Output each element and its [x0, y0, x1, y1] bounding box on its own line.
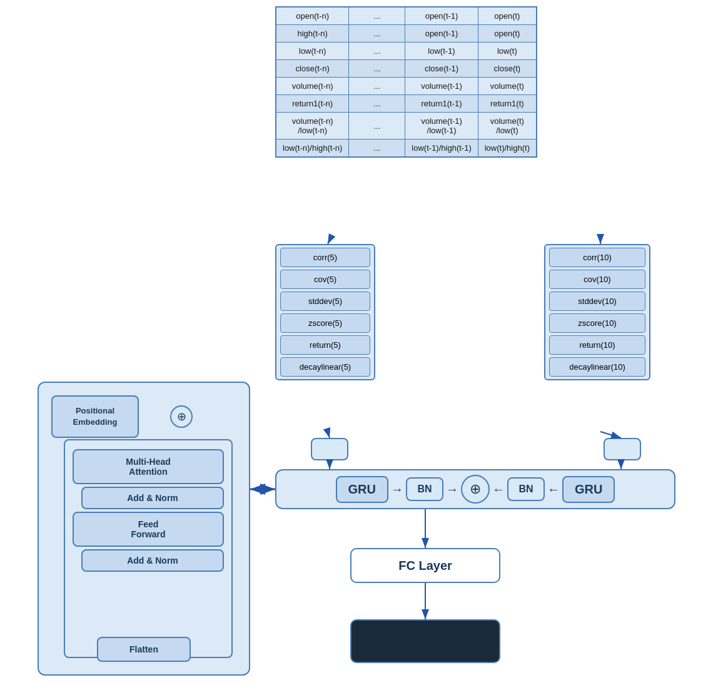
table-cell: close(t-n)	[276, 60, 349, 78]
gru-left: GRU	[336, 476, 388, 503]
table-cell: ...	[349, 43, 405, 60]
table-cell: return1(t)	[478, 95, 537, 113]
table-cell: volume(t-1)/low(t-1)	[405, 113, 478, 139]
table-cell: open(t)	[478, 25, 537, 43]
feat-cov10: cov(10)	[549, 270, 645, 289]
table-cell: ...	[349, 25, 405, 43]
table-cell: volume(t-1)	[405, 78, 478, 95]
table-cell: low(t-1)	[405, 43, 478, 60]
gru-right: GRU	[562, 476, 615, 503]
transformer-box: PositionalEmbedding ⊕ Multi-HeadAttentio…	[38, 382, 250, 676]
table-cell: volume(t-n)/low(t-n)	[276, 113, 349, 139]
table-cell: close(t-1)	[405, 60, 478, 78]
feed-forward: FeedForward	[73, 512, 224, 547]
table-cell: ...	[349, 7, 405, 25]
plus-circle: ⊕	[461, 475, 490, 504]
feat-cov5: cov(5)	[280, 270, 370, 289]
table-cell: high(t-n)	[276, 25, 349, 43]
data-table: open(t-n) ... open(t-1) open(t) high(t-n…	[275, 6, 537, 158]
arrow-bn-plus-right: ←	[490, 482, 507, 497]
gru-row: GRU → BN → ⊕ ← BN ← GRU	[275, 469, 675, 509]
fc-layer: FC Layer	[350, 548, 500, 583]
table-cell: ...	[349, 113, 405, 139]
table-cell: close(t)	[478, 60, 537, 78]
table-cell: volume(t)	[478, 78, 537, 95]
table-cell: open(t)	[478, 7, 537, 25]
bn-right: BN	[507, 477, 545, 501]
table-cell: return1(t-n)	[276, 95, 349, 113]
table-cell: open(t-1)	[405, 7, 478, 25]
multi-head-attention: Multi-HeadAttention	[73, 449, 224, 484]
svg-line-2	[328, 236, 331, 244]
feat-stddev5: stddev(5)	[280, 292, 370, 311]
bn-left: BN	[406, 477, 443, 501]
arrow-gru-bn-left: →	[388, 482, 406, 497]
positional-embedding: PositionalEmbedding	[51, 395, 139, 438]
arrow-bn-plus: →	[443, 482, 461, 497]
table-cell: ...	[349, 95, 405, 113]
table-cell: low(t)	[478, 43, 537, 60]
svg-line-5	[600, 432, 621, 438]
encoder-left	[311, 438, 348, 460]
feat-corr10: corr(10)	[549, 248, 645, 267]
feat-corr5: corr(5)	[280, 248, 370, 267]
feat-decaylinear10: decaylinear(10)	[549, 357, 645, 377]
svg-line-4	[328, 432, 330, 438]
add-norm-2: Add & Norm	[81, 549, 224, 572]
arrow-gru-bn-right: ←	[545, 482, 562, 497]
feat-return5: return(5)	[280, 335, 370, 355]
add-norm-1: Add & Norm	[81, 487, 224, 509]
table-cell: ...	[349, 60, 405, 78]
table-cell: ...	[349, 78, 405, 95]
diagram-container: open(t-n) ... open(t-1) open(t) high(t-n…	[0, 0, 728, 700]
table-cell: return1(t-1)	[405, 95, 478, 113]
table-cell: open(t-n)	[276, 7, 349, 25]
table-cell: volume(t)/low(t)	[478, 113, 537, 139]
table-cell: low(t-1)/high(t-1)	[405, 139, 478, 158]
table-cell: volume(t-n)	[276, 78, 349, 95]
table-cell: ...	[349, 139, 405, 158]
output-box	[350, 619, 500, 663]
feat-decaylinear5: decaylinear(5)	[280, 357, 370, 377]
feature-box-left: corr(5) cov(5) stddev(5) zscore(5) retur…	[275, 244, 375, 380]
feat-return10: return(10)	[549, 335, 645, 355]
flatten: Flatten	[97, 637, 191, 662]
table-cell: low(t-n)/high(t-n)	[276, 139, 349, 158]
feat-stddev10: stddev(10)	[549, 292, 645, 311]
add-circle-transformer: ⊕	[170, 405, 193, 428]
table-cell: low(t)/high(t)	[478, 139, 537, 158]
fc-layer-label: FC Layer	[398, 559, 452, 573]
feat-zscore10: zscore(10)	[549, 313, 645, 333]
feature-box-right: corr(10) cov(10) stddev(10) zscore(10) r…	[544, 244, 650, 380]
table-cell: open(t-1)	[405, 25, 478, 43]
encoder-right	[604, 438, 641, 460]
feat-zscore5: zscore(5)	[280, 313, 370, 333]
table-cell: low(t-n)	[276, 43, 349, 60]
